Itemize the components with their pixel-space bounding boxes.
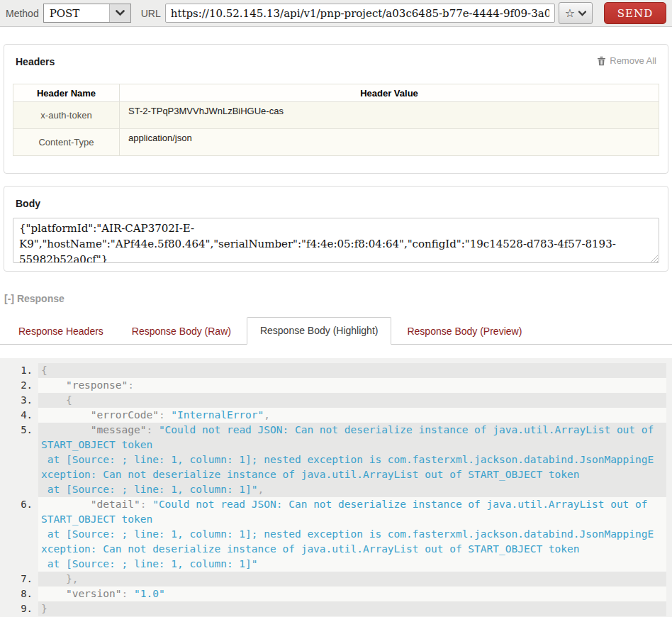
tab-response-body-highlight[interactable]: Response Body (Highlight) [247,317,392,345]
line-number: 9. [0,601,38,616]
method-label: Method [6,8,39,19]
request-body-textarea[interactable]: {"platformId":"AIR-CAP3702I-E-K9","hostN… [13,218,659,263]
response-tabbar: Response HeadersResponse Body (Raw)Respo… [0,319,672,345]
code-line: 9.} [0,601,672,616]
header-row[interactable]: x-auth-tokenST-2-TPqP3MVVhJWnLzBiHGUe-ca… [13,102,659,129]
code-line: 3. { [0,393,672,408]
headers-panel: Headers Remove All Header Name Header Va… [4,44,668,174]
code-line-content: { [38,393,666,408]
line-number: 4. [0,408,38,423]
trash-icon [597,56,606,66]
header-name-cell[interactable]: x-auth-token [13,102,120,129]
url-label: URL [141,8,161,19]
tab-response-body-raw[interactable]: Response Body (Raw) [119,318,244,344]
header-value-cell[interactable]: ST-2-TPqP3MVVhJWnLzBiHGUe-cas [120,102,659,129]
code-line: 8. "version": "1.0" [0,587,672,601]
code-list: 1.{2. "response":3. {4. "errorCode": "In… [0,363,672,616]
remove-all-label: Remove All [610,55,656,66]
header-row[interactable]: Content-Typeapplication/json [13,129,659,156]
line-number: 7. [0,572,38,587]
response-section-toggle[interactable]: [-] Response [4,293,65,304]
body-panel-title: Body [16,198,40,209]
line-number: 2. [0,378,38,393]
code-line: 1.{ [0,363,672,378]
code-line-content: "message": "Could not read JSON: Can not… [38,423,666,497]
favorites-dropdown-button[interactable]: ☆ [559,2,593,24]
headers-table-header-row: Header Name Header Value [13,84,659,102]
code-line: 2. "response": [0,378,672,393]
method-select[interactable]: POST [43,4,131,23]
method-select-value: POST [44,7,80,20]
line-number: 3. [0,393,38,408]
url-input[interactable] [165,4,555,23]
send-button-label: SEND [617,7,653,20]
code-line-content: } [38,601,666,616]
code-line: 6. "detail": "Could not read JSON: Can n… [0,497,672,572]
line-number: 5. [0,423,38,497]
header-name-cell[interactable]: Content-Type [13,129,120,156]
headers-panel-title: Headers [16,56,55,67]
code-line-content: "detail": "Could not read JSON: Can not … [38,497,666,572]
code-line-content: "response": [38,378,666,393]
chevron-down-icon [109,4,130,22]
request-bar: Method POST URL ☆ SEND [0,0,672,27]
code-line: 7. }, [0,572,672,587]
chevron-down-icon [578,11,586,16]
code-line-content: }, [38,572,666,587]
headers-table: Header Name Header Value x-auth-tokenST-… [13,84,659,156]
tab-response-headers[interactable]: Response Headers [6,318,116,344]
response-body-highlight-view: 1.{2. "response":3. {4. "errorCode": "In… [0,358,672,617]
column-header-name: Header Name [13,84,120,102]
code-line: 5. "message": "Could not read JSON: Can … [0,423,672,497]
remove-all-button[interactable]: Remove All [597,55,656,66]
header-value-cell[interactable]: application/json [120,129,659,156]
star-icon: ☆ [565,8,575,19]
tab-response-body-preview[interactable]: Response Body (Preview) [394,318,534,344]
line-number: 6. [0,497,38,572]
line-number: 8. [0,587,38,601]
body-panel: Body {"platformId":"AIR-CAP3702I-E-K9","… [4,186,668,272]
headers-table-body: x-auth-tokenST-2-TPqP3MVVhJWnLzBiHGUe-ca… [13,102,659,156]
send-button[interactable]: SEND [604,2,666,24]
code-line-content: "errorCode": "InternalError", [38,408,666,423]
code-line-content: "version": "1.0" [38,587,666,601]
line-number: 1. [0,363,38,378]
code-line: 4. "errorCode": "InternalError", [0,408,672,423]
column-header-value: Header Value [120,84,659,102]
code-line-content: { [38,363,666,378]
